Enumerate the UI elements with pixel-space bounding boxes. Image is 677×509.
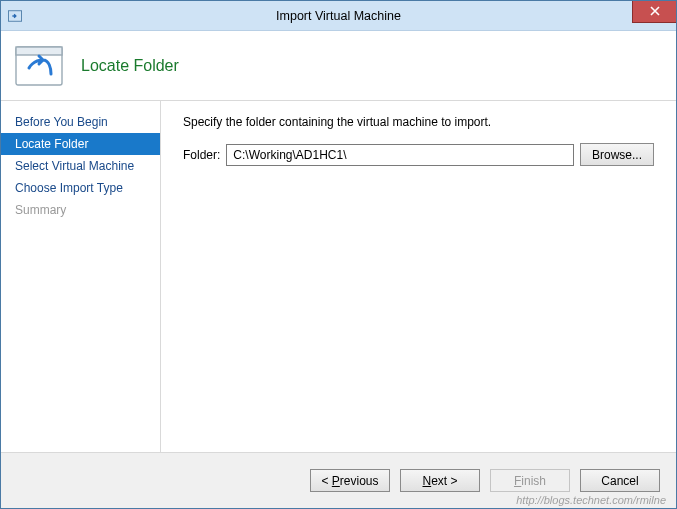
wizard-content: Specify the folder containing the virtua… [161,101,676,452]
close-button[interactable] [632,1,676,23]
previous-button[interactable]: < Previous [310,469,390,492]
titlebar: Import Virtual Machine [1,1,676,31]
folder-input[interactable] [226,144,574,166]
step-select-virtual-machine[interactable]: Select Virtual Machine [1,155,160,177]
folder-row: Folder: Browse... [183,143,654,166]
page-title: Locate Folder [81,57,179,75]
wizard-window: Import Virtual Machine Locate Folder Bef… [0,0,677,509]
instruction-text: Specify the folder containing the virtua… [183,115,654,129]
svg-rect-2 [16,47,62,55]
import-large-icon [15,46,63,86]
cancel-button-label: Cancel [601,474,638,488]
step-summary: Summary [1,199,160,221]
cancel-button[interactable]: Cancel [580,469,660,492]
next-button[interactable]: Next > [400,469,480,492]
folder-label: Folder: [183,148,220,162]
wizard-header: Locate Folder [1,31,676,101]
step-before-you-begin[interactable]: Before You Begin [1,111,160,133]
import-icon [7,8,23,24]
wizard-footer: < Previous Next > Finish Cancel [1,452,676,508]
close-icon [650,5,660,19]
wizard-steps: Before You Begin Locate Folder Select Vi… [1,101,161,452]
window-title: Import Virtual Machine [1,9,676,23]
browse-button[interactable]: Browse... [580,143,654,166]
step-locate-folder[interactable]: Locate Folder [1,133,160,155]
browse-button-label: Browse... [592,148,642,162]
wizard-body: Before You Begin Locate Folder Select Vi… [1,101,676,452]
step-choose-import-type[interactable]: Choose Import Type [1,177,160,199]
finish-button: Finish [490,469,570,492]
